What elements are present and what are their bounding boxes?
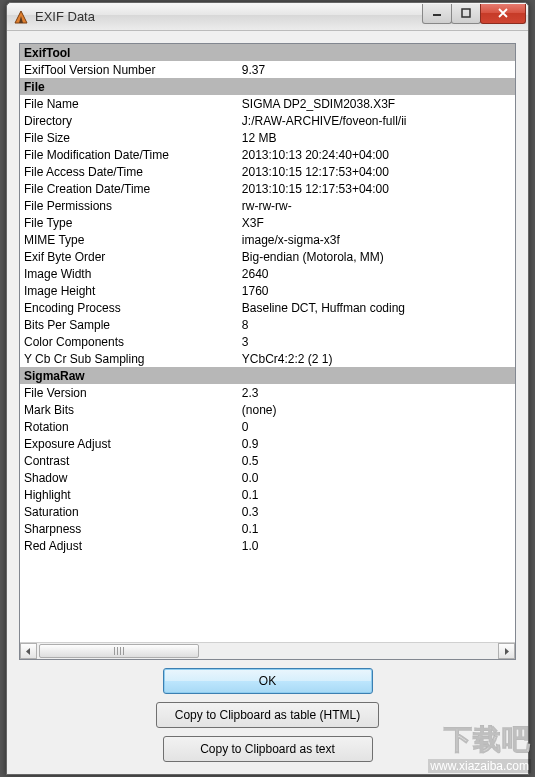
row-value: 3 — [238, 333, 515, 350]
svg-rect-3 — [462, 9, 470, 17]
section-header: SigmaRaw — [20, 367, 515, 384]
row-value: 2013:10:15 12:17:53+04:00 — [238, 180, 515, 197]
row-value: Big-endian (Motorola, MM) — [238, 248, 515, 265]
maximize-button[interactable] — [451, 4, 481, 24]
table-row[interactable]: Color Components3 — [20, 333, 515, 350]
row-value: J:/RAW-ARCHIVE/foveon-full/ii — [238, 112, 515, 129]
table-row[interactable]: Exposure Adjust0.9 — [20, 435, 515, 452]
row-key: Exposure Adjust — [20, 435, 238, 452]
copy-text-button[interactable]: Copy to Clipboard as text — [163, 736, 373, 762]
row-value: rw-rw-rw- — [238, 197, 515, 214]
row-value: 12 MB — [238, 129, 515, 146]
row-key: Exif Byte Order — [20, 248, 238, 265]
table-row[interactable]: File Access Date/Time2013:10:15 12:17:53… — [20, 163, 515, 180]
row-key: File Size — [20, 129, 238, 146]
section-title: SigmaRaw — [20, 367, 515, 384]
row-key: Directory — [20, 112, 238, 129]
data-panel: ExifToolExifTool Version Number9.37FileF… — [19, 43, 516, 660]
row-value: 0 — [238, 418, 515, 435]
table-row[interactable]: File Size12 MB — [20, 129, 515, 146]
row-value: YCbCr4:2:2 (2 1) — [238, 350, 515, 367]
section-header: ExifTool — [20, 44, 515, 61]
table-row[interactable]: Image Height1760 — [20, 282, 515, 299]
svg-marker-5 — [505, 648, 509, 655]
table-row[interactable]: Shadow0.0 — [20, 469, 515, 486]
table-row[interactable]: File NameSIGMA DP2_SDIM2038.X3F — [20, 95, 515, 112]
minimize-button[interactable] — [422, 4, 452, 24]
copy-html-button[interactable]: Copy to Clipboard as table (HTML) — [156, 702, 379, 728]
row-key: Sharpness — [20, 520, 238, 537]
table-row[interactable]: Highlight0.1 — [20, 486, 515, 503]
ok-button[interactable]: OK — [163, 668, 373, 694]
row-key: Rotation — [20, 418, 238, 435]
row-key: Mark Bits — [20, 401, 238, 418]
row-key: Image Height — [20, 282, 238, 299]
row-value: 0.5 — [238, 452, 515, 469]
row-key: Y Cb Cr Sub Sampling — [20, 350, 238, 367]
table-row[interactable]: Rotation0 — [20, 418, 515, 435]
horizontal-scrollbar[interactable] — [20, 642, 515, 659]
table-row[interactable]: Saturation0.3 — [20, 503, 515, 520]
row-key: Bits Per Sample — [20, 316, 238, 333]
table-row[interactable]: File Permissionsrw-rw-rw- — [20, 197, 515, 214]
scroll-right-button[interactable] — [498, 643, 515, 659]
row-key: File Permissions — [20, 197, 238, 214]
table-row[interactable]: Bits Per Sample8 — [20, 316, 515, 333]
table-row[interactable]: File TypeX3F — [20, 214, 515, 231]
close-button[interactable] — [480, 4, 526, 24]
table-row[interactable]: MIME Typeimage/x-sigma-x3f — [20, 231, 515, 248]
row-key: MIME Type — [20, 231, 238, 248]
table-row[interactable]: Exif Byte OrderBig-endian (Motorola, MM) — [20, 248, 515, 265]
row-key: Red Adjust — [20, 537, 238, 554]
row-value: 0.1 — [238, 486, 515, 503]
data-scroll-view[interactable]: ExifToolExifTool Version Number9.37FileF… — [20, 44, 515, 642]
row-value: 0.1 — [238, 520, 515, 537]
exif-data-window: EXIF Data ExifToolExifTool Version Numbe… — [6, 2, 529, 775]
section-title: ExifTool — [20, 44, 515, 61]
row-value: 8 — [238, 316, 515, 333]
row-value: 1.0 — [238, 537, 515, 554]
row-value: (none) — [238, 401, 515, 418]
table-row[interactable]: Red Adjust1.0 — [20, 537, 515, 554]
client-area: ExifToolExifTool Version Number9.37FileF… — [7, 31, 528, 774]
exif-table: ExifToolExifTool Version Number9.37FileF… — [20, 44, 515, 554]
table-row[interactable]: DirectoryJ:/RAW-ARCHIVE/foveon-full/ii — [20, 112, 515, 129]
table-row[interactable]: ExifTool Version Number9.37 — [20, 61, 515, 78]
row-value: X3F — [238, 214, 515, 231]
row-value: SIGMA DP2_SDIM2038.X3F — [238, 95, 515, 112]
row-key: Image Width — [20, 265, 238, 282]
row-value: 9.37 — [238, 61, 515, 78]
row-value: 2640 — [238, 265, 515, 282]
section-title: File — [20, 78, 515, 95]
table-row[interactable]: Image Width2640 — [20, 265, 515, 282]
row-value: 0.9 — [238, 435, 515, 452]
row-key: File Version — [20, 384, 238, 401]
row-value: 0.3 — [238, 503, 515, 520]
table-row[interactable]: Sharpness0.1 — [20, 520, 515, 537]
table-row[interactable]: Encoding ProcessBaseline DCT, Huffman co… — [20, 299, 515, 316]
row-key: Encoding Process — [20, 299, 238, 316]
row-value: 2.3 — [238, 384, 515, 401]
scroll-left-button[interactable] — [20, 643, 37, 659]
scroll-track[interactable] — [37, 643, 498, 659]
row-key: Highlight — [20, 486, 238, 503]
row-value: 2013:10:13 20:24:40+04:00 — [238, 146, 515, 163]
table-row[interactable]: Mark Bits(none) — [20, 401, 515, 418]
table-row[interactable]: File Version2.3 — [20, 384, 515, 401]
app-icon — [13, 9, 29, 25]
svg-marker-4 — [26, 648, 30, 655]
table-row[interactable]: Contrast0.5 — [20, 452, 515, 469]
svg-rect-2 — [433, 14, 441, 16]
row-key: File Name — [20, 95, 238, 112]
window-title: EXIF Data — [35, 9, 423, 24]
scroll-thumb[interactable] — [39, 644, 199, 658]
row-key: File Type — [20, 214, 238, 231]
window-controls — [423, 4, 526, 24]
row-key: Color Components — [20, 333, 238, 350]
row-key: ExifTool Version Number — [20, 61, 238, 78]
table-row[interactable]: File Creation Date/Time2013:10:15 12:17:… — [20, 180, 515, 197]
table-row[interactable]: Y Cb Cr Sub SamplingYCbCr4:2:2 (2 1) — [20, 350, 515, 367]
table-row[interactable]: File Modification Date/Time2013:10:13 20… — [20, 146, 515, 163]
titlebar[interactable]: EXIF Data — [7, 3, 528, 31]
row-value: Baseline DCT, Huffman coding — [238, 299, 515, 316]
